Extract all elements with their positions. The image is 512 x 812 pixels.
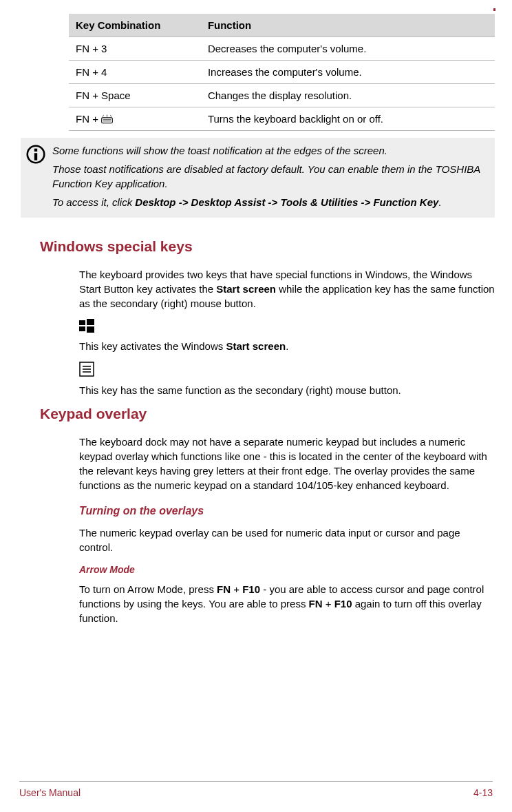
winkeys-start-text: This key activates the Windows Start scr… — [79, 339, 495, 353]
windows-logo-icon — [79, 319, 495, 335]
svg-line-5 — [111, 115, 111, 116]
keyboard-backlight-icon — [101, 113, 113, 125]
cell-fn: Decreases the computer's volume. — [201, 37, 495, 61]
svg-rect-10 — [87, 319, 94, 325]
heading-windows-special-keys: Windows special keys — [40, 238, 512, 255]
svg-rect-9 — [79, 320, 85, 325]
info-text-1: Some functions will show the toast notif… — [52, 143, 488, 158]
arrow-mode-text: To turn on Arrow Mode, press FN + F10 - … — [79, 582, 495, 625]
svg-rect-8 — [34, 153, 37, 160]
overlays-text: The numeric keypad overlay can be used f… — [79, 525, 495, 554]
info-text-3: To access it, click Desktop -> Desktop A… — [52, 195, 488, 209]
svg-line-3 — [103, 115, 103, 116]
page-footer: User's Manual 4-13 — [19, 781, 493, 798]
cell-fn: Turns the keyboard backlight on or off. — [201, 107, 495, 131]
col-header-function: Function — [201, 14, 495, 37]
menu-key-icon — [79, 362, 495, 379]
svg-rect-11 — [79, 326, 85, 331]
col-header-key: Key Combination — [69, 14, 201, 37]
table-row: FN + 4 Increases the computer's volume. — [69, 61, 495, 84]
table-row: FN + Space Changes the display resolutio… — [69, 84, 495, 107]
table-header-row: Key Combination Function — [69, 14, 495, 37]
winkeys-menu-text: This key has the same function as the se… — [79, 383, 495, 397]
svg-rect-7 — [34, 149, 37, 152]
table-row: FN + Turns the keyboard backlight on or … — [69, 107, 495, 131]
footer-page-number: 4-13 — [473, 787, 493, 798]
info-note-box: Some functions will show the toast notif… — [21, 138, 495, 218]
info-icon — [26, 145, 47, 209]
cell-key: FN + — [69, 107, 201, 131]
table-row: FN + 3 Decreases the computer's volume. — [69, 37, 495, 61]
cell-key: FN + 4 — [69, 61, 201, 84]
heading-keypad-overlay: Keypad overlay — [40, 406, 512, 422]
footer-title: User's Manual — [19, 787, 81, 798]
cell-fn: Changes the display resolution. — [201, 84, 495, 107]
heading-arrow-mode: Arrow Mode — [79, 564, 495, 575]
key-combination-table: Key Combination Function FN + 3 Decrease… — [69, 14, 495, 131]
keypad-intro: The keyboard dock may not have a separat… — [79, 435, 495, 492]
svg-rect-12 — [87, 326, 94, 333]
svg-rect-0 — [102, 118, 113, 123]
cell-key: FN + 3 — [69, 37, 201, 61]
cell-key: FN + Space — [69, 84, 201, 107]
heading-turning-on-overlays: Turning on the overlays — [79, 505, 495, 517]
info-text-2: Those toast notifications are disabled a… — [52, 162, 488, 191]
cell-fn: Increases the computer's volume. — [201, 61, 495, 84]
winkeys-intro: The keyboard provides two keys that have… — [79, 267, 495, 311]
